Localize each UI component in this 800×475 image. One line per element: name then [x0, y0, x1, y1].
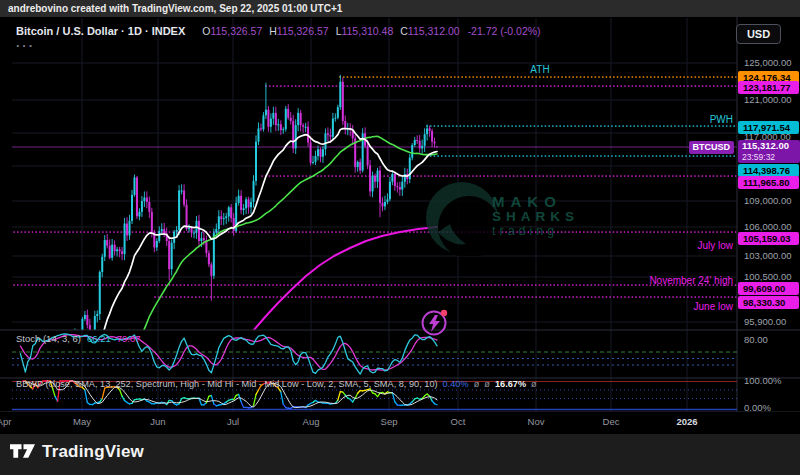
bbwp-value-1: 0.40% [443, 379, 469, 389]
time-tick-dec: Dec [603, 416, 620, 427]
level-text-november-24-high: November 24' high [649, 275, 733, 287]
stoch-legend: Stoch (14, 3, 6)66.2179.07 [16, 333, 141, 344]
last-price-label: 115,312.00 23:59:32 [738, 140, 800, 163]
price-level-badge: 111,965.80 [738, 176, 799, 189]
bbwp-legend: BBWP (close, SMA, 13, 252, Spectrum, Hig… [16, 379, 537, 389]
tradingview-logo-icon [10, 444, 35, 461]
price-scale-label: 125,000.00 [744, 57, 792, 69]
level-text-pwh: PWH [710, 114, 733, 126]
time-tick-oct: Oct [451, 416, 466, 427]
last-price-value: 115,312.00 [742, 140, 800, 152]
time-tick-sep: Sep [381, 416, 398, 427]
stoch-k-value: 66.21 [87, 333, 111, 344]
time-tick-jul: Jul [227, 416, 239, 427]
price-level-badge: 105,159.03 [738, 232, 799, 245]
price-scale-label: 109,000.00 [744, 195, 792, 207]
watermark-line3: trading [492, 224, 579, 238]
attribution-bar: andrebovino created with TradingView.com… [0, 0, 800, 17]
level-text-ath: ATH [530, 64, 549, 76]
price-level-badge: 123,181.77 [738, 81, 799, 94]
change-value: -21.72 (-0.02%) [468, 25, 541, 37]
price-scale-label: 100.00% [744, 375, 782, 387]
high-value: 115,326.57 [277, 25, 329, 37]
key-level-lines [12, 77, 737, 297]
price-scale-label: 103,000.00 [744, 250, 792, 262]
tradingview-brand-link[interactable]: TradingView [10, 442, 144, 462]
price-level-badge: 99,609.00 [738, 282, 799, 295]
price-scale-label: 121,000.00 [744, 94, 792, 106]
time-tick-apr: Apr [0, 416, 11, 427]
bbwp-value-4: 16.67% [495, 379, 526, 389]
watermark-line2: SHARKS [492, 209, 579, 224]
legend-more-button[interactable]: ··· [16, 38, 35, 53]
candle-countdown: 23:59:32 [742, 152, 800, 162]
footer-bar: TradingView [0, 434, 800, 475]
price-level-badge: 117,971.54 [738, 121, 799, 134]
level-text-july-low: July low [697, 240, 733, 252]
symbol-price-tag: BTCUSD [689, 141, 735, 154]
symbol-legend: Bitcoin / U.S. Dollar · 1D · INDEXO115,3… [16, 25, 541, 37]
stoch-d-value: 79.07 [117, 333, 141, 344]
bbwp-value-2: ø [474, 379, 480, 389]
time-axis[interactable]: AprMayJunJulAugSepOctNovDec2026 [0, 412, 800, 432]
close-label: C [400, 25, 408, 37]
price-scale-label: 95,900.00 [744, 316, 786, 328]
time-tick-2026: 2026 [676, 416, 697, 427]
tradingview-brand-text: TradingView [42, 442, 144, 462]
currency-unit-button[interactable]: USD [736, 24, 781, 44]
chart-canvas[interactable] [0, 0, 800, 475]
time-tick-jun: Jun [150, 416, 165, 427]
time-tick-aug: Aug [303, 416, 320, 427]
level-text-june-low: June low [694, 301, 733, 313]
price-level-badge: 98,330.30 [738, 296, 799, 309]
high-label: H [269, 25, 277, 37]
attribution-text: andrebovino created with TradingView.com… [8, 3, 342, 14]
time-tick-may: May [73, 416, 91, 427]
price-scale-label: 80.00 [744, 334, 768, 346]
flash-alert-icon[interactable] [418, 306, 452, 344]
bbwp-value-5: ø [531, 379, 537, 389]
open-value: 115,326.57 [210, 25, 262, 37]
watermark-line1: MAKO [492, 194, 579, 209]
low-value: 115,310.48 [341, 25, 393, 37]
bbwp-value-3: ø [484, 379, 490, 389]
bbwp-label[interactable]: BBWP (close, SMA, 13, 252, Spectrum, Hig… [16, 379, 438, 389]
watermark-shark-logo [424, 180, 500, 260]
price-level-badge: 114,398.76 [738, 164, 799, 177]
symbol-title[interactable]: Bitcoin / U.S. Dollar · 1D · INDEX [16, 25, 185, 37]
close-value: 115,312.00 [408, 25, 460, 37]
tradingview-screenshot: andrebovino created with TradingView.com… [0, 0, 800, 475]
stoch-label[interactable]: Stoch (14, 3, 6) [16, 333, 81, 344]
watermark-text: MAKO SHARKS trading [492, 194, 579, 238]
time-tick-nov: Nov [528, 416, 545, 427]
